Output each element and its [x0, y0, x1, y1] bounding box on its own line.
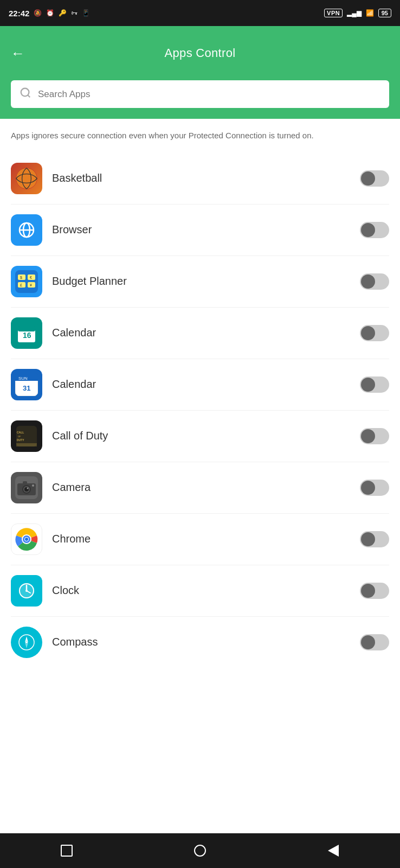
status-time: 22:42 [9, 9, 29, 18]
search-box [11, 80, 389, 108]
back-button[interactable]: ← [11, 45, 25, 62]
app-list: Basketball Browser [0, 153, 400, 668]
toggle-knob [361, 481, 375, 495]
toggle-knob [361, 429, 375, 443]
list-item: Camera [11, 462, 389, 514]
browser-icon [11, 214, 42, 246]
list-item: CALL OF DUTY Call of Duty [11, 411, 389, 462]
key2-icon: 🗝 [71, 9, 78, 17]
list-item: Chrome [11, 514, 389, 565]
list-item: Clock [11, 565, 389, 617]
svg-text:DUTY: DUTY [17, 438, 24, 442]
status-left: 22:42 🔕 ⏰ 🔑 🗝 📱 [9, 9, 90, 18]
svg-text:31: 31 [23, 384, 30, 392]
app-name: Budget Planner [52, 275, 360, 288]
toggle-knob [361, 171, 375, 186]
nav-recent-button[interactable] [53, 837, 80, 864]
search-container [0, 80, 400, 119]
vpn-badge: VPN [324, 9, 343, 17]
svg-text:£: £ [20, 283, 22, 287]
svg-point-49 [25, 590, 28, 592]
call-of-duty-toggle[interactable] [360, 428, 389, 444]
toggle-knob [361, 223, 375, 237]
svg-text:OF: OF [18, 435, 21, 438]
app-name: Browser [52, 224, 360, 236]
list-item: Basketball [11, 153, 389, 205]
app-name: Camera [52, 481, 360, 494]
toggle-knob [361, 326, 375, 340]
info-section: Apps ignores secure connection even when… [0, 119, 400, 142]
compass-toggle[interactable] [360, 634, 389, 650]
camera-toggle[interactable] [360, 480, 389, 496]
svg-text:€: € [30, 276, 32, 279]
svg-rect-37 [23, 481, 27, 484]
list-item: $ € £ ¥ Budget Planner [11, 256, 389, 308]
search-input[interactable] [38, 89, 380, 100]
alarm-icon: ⏰ [46, 9, 54, 17]
app-name: Calendar [52, 378, 360, 391]
svg-point-43 [25, 538, 28, 541]
square-icon [61, 845, 73, 857]
home-icon [194, 845, 206, 857]
app-name: Compass [52, 636, 360, 648]
calendar-teal-toggle[interactable] [360, 325, 389, 341]
browser-toggle[interactable] [360, 222, 389, 238]
status-bar: 22:42 🔕 ⏰ 🔑 🗝 📱 VPN ▂▄▆ 📶 95 [0, 0, 400, 26]
budget-planner-icon: $ € £ ¥ [11, 266, 42, 297]
search-icon [20, 87, 31, 101]
key-icon: 🔑 [59, 9, 67, 17]
list-item: 16 Calendar [11, 308, 389, 359]
chrome-icon [11, 524, 42, 555]
svg-text:¥: ¥ [30, 283, 32, 287]
status-right: VPN ▂▄▆ 📶 95 [324, 9, 391, 17]
calendar-teal-icon: 16 [11, 317, 42, 349]
toggle-knob [361, 275, 375, 289]
list-item: Browser [11, 205, 389, 256]
toggle-knob [361, 635, 375, 649]
calendar-blue-icon: 31 SUN [11, 369, 42, 400]
nav-back-button[interactable] [320, 837, 347, 864]
svg-point-54 [25, 641, 28, 643]
wifi-icon: 📶 [366, 9, 374, 17]
svg-point-38 [32, 484, 34, 487]
clock-toggle[interactable] [360, 583, 389, 599]
basketball-toggle[interactable] [360, 170, 389, 187]
svg-line-1 [28, 95, 30, 97]
clock-icon [11, 575, 42, 607]
mute-icon: 🔕 [34, 9, 42, 17]
compass-icon [11, 627, 42, 658]
svg-point-36 [27, 487, 29, 489]
bottom-nav [0, 833, 400, 868]
svg-rect-7 [15, 270, 38, 293]
chrome-toggle[interactable] [360, 531, 389, 547]
header: ← Apps Control [0, 26, 400, 80]
info-text: Apps ignores secure connection even when… [11, 130, 389, 142]
svg-rect-30 [16, 443, 37, 446]
app-name: Basketball [52, 172, 360, 184]
toggle-knob [361, 378, 375, 392]
app-name: Call of Duty [52, 430, 360, 442]
app-name: Chrome [52, 533, 360, 545]
header-title: Apps Control [165, 46, 236, 60]
signal-icon: ▂▄▆ [347, 9, 362, 17]
phone-icon: 📱 [82, 9, 90, 17]
list-item: 31 SUN Calendar [11, 359, 389, 411]
call-of-duty-icon: CALL OF DUTY [11, 420, 42, 452]
toggle-knob [361, 584, 375, 598]
budget-planner-toggle[interactable] [360, 273, 389, 290]
svg-text:CALL: CALL [17, 431, 24, 434]
svg-text:16: 16 [23, 331, 31, 340]
camera-icon [11, 472, 42, 503]
basketball-icon [11, 163, 42, 194]
toggle-knob [361, 532, 375, 546]
calendar-blue-toggle[interactable] [360, 376, 389, 393]
back-icon [328, 845, 339, 857]
battery-badge: 95 [378, 9, 391, 17]
svg-text:$: $ [20, 276, 22, 279]
app-name: Clock [52, 584, 360, 597]
svg-point-0 [21, 88, 29, 97]
nav-home-button[interactable] [186, 837, 214, 864]
svg-point-2 [16, 168, 37, 189]
app-name: Calendar [52, 327, 360, 339]
svg-text:SUN: SUN [18, 376, 28, 381]
